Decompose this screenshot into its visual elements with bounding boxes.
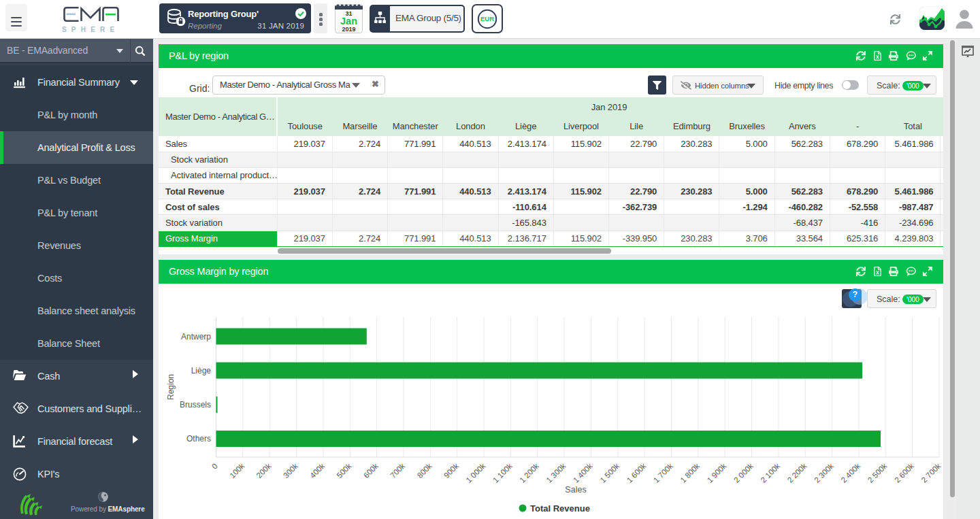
svg-text:2 300k: 2 300k bbox=[813, 462, 835, 484]
svg-text:400k: 400k bbox=[308, 462, 326, 480]
svg-text:1 600k: 1 600k bbox=[625, 462, 648, 484]
svg-text:2 400k: 2 400k bbox=[839, 462, 862, 484]
svg-text:1 000k: 1 000k bbox=[465, 462, 487, 484]
svg-text:1 700k: 1 700k bbox=[652, 462, 674, 484]
svg-text:SPHERE: SPHERE bbox=[62, 26, 119, 33]
svg-text:900k: 900k bbox=[442, 462, 460, 480]
svg-text:800k: 800k bbox=[416, 462, 434, 480]
svg-text:1 400k: 1 400k bbox=[572, 462, 594, 484]
svg-text:1 800k: 1 800k bbox=[679, 462, 701, 484]
svg-text:1 300k: 1 300k bbox=[545, 462, 568, 484]
svg-text:1 900k: 1 900k bbox=[706, 462, 728, 484]
svg-text:EUR: EUR bbox=[480, 15, 494, 22]
svg-text:2 700k: 2 700k bbox=[920, 462, 943, 484]
svg-text:0: 0 bbox=[210, 462, 219, 471]
svg-text:2 500k: 2 500k bbox=[866, 462, 889, 484]
svg-text:2 100k: 2 100k bbox=[759, 462, 781, 484]
svg-text:1 500k: 1 500k bbox=[598, 462, 621, 484]
svg-text:2 600k: 2 600k bbox=[893, 462, 915, 484]
svg-text:700k: 700k bbox=[389, 462, 406, 480]
svg-text:Sales: Sales bbox=[565, 485, 586, 495]
svg-text:100k: 100k bbox=[228, 462, 246, 480]
svg-text:Others: Others bbox=[186, 434, 211, 443]
svg-text:200k: 200k bbox=[255, 462, 272, 480]
svg-text:Region: Region bbox=[166, 374, 176, 400]
svg-text:300k: 300k bbox=[282, 462, 299, 480]
svg-text:2 200k: 2 200k bbox=[786, 462, 808, 484]
svg-text:1 200k: 1 200k bbox=[518, 462, 540, 484]
svg-text:600k: 600k bbox=[362, 462, 380, 480]
svg-text:Liège: Liège bbox=[191, 366, 212, 375]
svg-text:1 100k: 1 100k bbox=[491, 462, 514, 484]
svg-text:2 000k: 2 000k bbox=[732, 462, 755, 484]
svg-text:Total Revenue: Total Revenue bbox=[530, 503, 590, 514]
svg-text:Brussels: Brussels bbox=[180, 400, 211, 409]
svg-text:Antwerp: Antwerp bbox=[181, 332, 211, 341]
svg-text:500k: 500k bbox=[335, 462, 353, 480]
